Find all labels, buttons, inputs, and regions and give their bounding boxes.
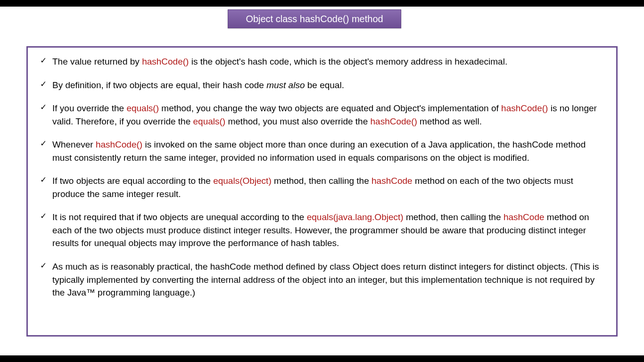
text: The value returned by: [52, 57, 142, 66]
text: method, then calling the: [404, 212, 504, 222]
keyword-equals: equals(): [126, 103, 159, 113]
keyword-hashcode: hashCode(): [371, 116, 417, 126]
italic-text: must also: [266, 80, 305, 90]
text: As much as is reasonably practical, the …: [52, 262, 599, 297]
list-item: As much as is reasonably practical, the …: [39, 260, 605, 299]
list-item: If you override the equals() method, you…: [39, 102, 605, 128]
bullet-list: The value returned by hashCode() is the …: [39, 55, 605, 299]
list-item: It is not required that if two objects a…: [39, 211, 605, 250]
text: method, you change the way two objects a…: [159, 103, 501, 113]
text: It is not required that if two objects a…: [52, 212, 307, 222]
text: If you override the: [52, 103, 126, 113]
slide-title-badge: Object class hashCode() method: [228, 9, 401, 28]
text: method, you must also override the: [225, 116, 370, 126]
keyword-equals-jlo: equals(java.lang.Object): [307, 212, 404, 222]
text: If two objects are equal according to th…: [52, 176, 213, 186]
text: method, then calling the: [272, 176, 372, 186]
letterbox-bottom: [0, 355, 644, 362]
text: be equal.: [305, 80, 344, 90]
list-item: By definition, if two objects are equal,…: [39, 79, 605, 92]
keyword-hashcode-noparen: hashCode: [372, 176, 413, 186]
letterbox-top: [0, 0, 644, 7]
keyword-hashcode: hashCode(): [142, 57, 189, 66]
keyword-hashcode: hashCode(): [96, 140, 142, 149]
list-item: The value returned by hashCode() is the …: [39, 55, 605, 68]
keyword-equals: equals(): [193, 116, 226, 126]
text: is the object's hash code, which is the …: [189, 57, 507, 66]
list-item: If two objects are equal according to th…: [39, 174, 605, 200]
text: Whenever: [52, 140, 96, 149]
keyword-hashcode: hashCode(): [501, 103, 548, 113]
text: method as well.: [417, 116, 482, 126]
keyword-equals-object: equals(Object): [213, 176, 272, 186]
list-item: Whenever hashCode() is invoked on the sa…: [39, 138, 605, 164]
keyword-hashcode-noparen: hashCode: [504, 212, 545, 222]
content-panel: The value returned by hashCode() is the …: [26, 46, 618, 337]
slide-title: Object class hashCode() method: [246, 14, 383, 25]
text: By definition, if two objects are equal,…: [52, 80, 266, 90]
